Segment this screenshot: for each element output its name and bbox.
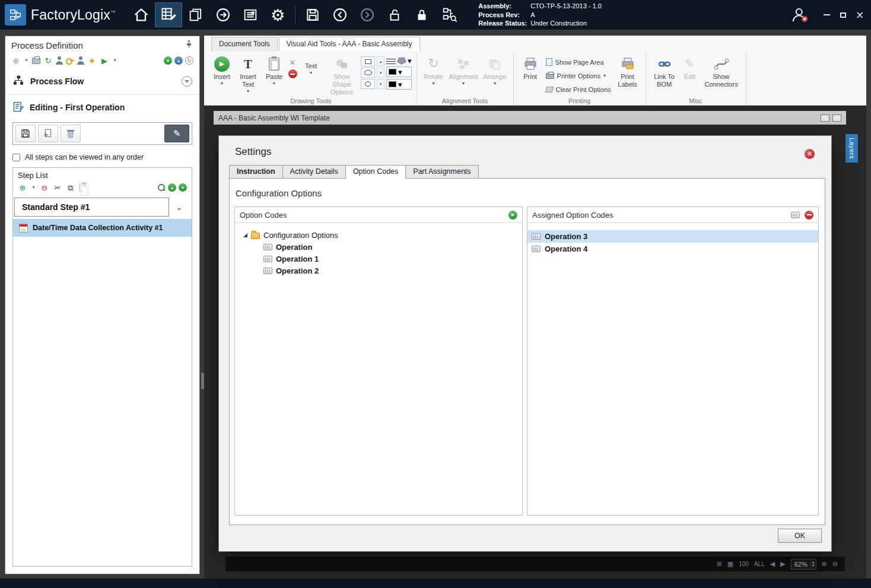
step-expand-chevron-icon[interactable]: ⌄ [169, 202, 189, 212]
gallery-down-icon[interactable]: ▾ [377, 68, 384, 78]
edit-step-button[interactable]: ✎ [164, 125, 189, 142]
logout-user-icon[interactable] [788, 4, 812, 26]
import-step-button[interactable] [38, 125, 58, 142]
fill-bucket-icon[interactable] [397, 56, 406, 65]
tree-item[interactable]: Operation 1 [235, 253, 522, 265]
split-view-icon[interactable] [832, 115, 841, 122]
paste-icon[interactable] [79, 183, 86, 192]
permissions-key-icon[interactable] [66, 56, 74, 65]
close-button[interactable]: × [852, 7, 867, 23]
find-step-icon[interactable] [157, 183, 166, 192]
sync-icon[interactable]: ↻ [43, 56, 53, 65]
documents-icon[interactable] [182, 2, 209, 27]
process-flow-item[interactable]: Process Flow [5, 71, 199, 92]
line-color-picker[interactable]: ▾ [386, 66, 412, 77]
ellipse-shape-icon[interactable] [361, 68, 375, 78]
fit-width-icon[interactable]: ▦ [727, 560, 733, 568]
step-name-box[interactable]: Standard Step #1 [14, 198, 169, 217]
bucket-caret-icon[interactable]: ▾ [408, 57, 412, 65]
tab-document-tools[interactable]: Document Tools [211, 37, 278, 51]
add-step-dropdown-icon[interactable]: ▾ [31, 183, 36, 192]
favorite-star-icon[interactable]: ★ [87, 56, 97, 65]
add-dropdown-icon[interactable]: ▾ [24, 56, 29, 65]
run-icon[interactable]: ▶ [100, 56, 109, 65]
fit-page-icon[interactable]: ⊞ [717, 560, 722, 568]
move-up-icon[interactable]: ▴ [168, 183, 176, 192]
tab-instruction[interactable]: Instruction [229, 165, 283, 179]
gallery-more-icon[interactable]: ▾ [377, 79, 384, 89]
remove-assigned-icon[interactable] [805, 211, 813, 220]
rectangle-shape-icon[interactable] [361, 56, 375, 66]
page-next-icon[interactable]: ▶ [780, 560, 785, 568]
process-search-icon[interactable] [436, 2, 463, 27]
maximize-button[interactable] [835, 7, 851, 23]
print-labels-button[interactable]: Print Labels [615, 54, 641, 89]
gallery-up-icon[interactable]: ▴ [377, 56, 384, 66]
edit-button[interactable]: ✎ Edit [680, 54, 700, 81]
copy-icon[interactable]: ⧉ [66, 183, 75, 192]
tree-root-row[interactable]: Configuration Options [235, 229, 522, 241]
tab-activity-details[interactable]: Activity Details [282, 165, 346, 179]
back-icon[interactable] [326, 2, 354, 27]
assign-user-icon[interactable] [56, 56, 63, 65]
forward-icon[interactable] [354, 2, 381, 27]
lock-icon[interactable] [408, 2, 436, 27]
show-page-area-button[interactable]: Show Page Area [544, 56, 606, 68]
collapse-all-icon[interactable]: ▴ [174, 56, 183, 65]
arrange-button[interactable]: Arrange ▾ [481, 54, 508, 87]
navigate-icon[interactable] [209, 2, 237, 27]
run-dropdown-icon[interactable]: ▾ [112, 56, 117, 65]
settings-gear-icon[interactable]: ⚙ [264, 2, 291, 27]
collapse-section-icon[interactable] [182, 76, 192, 87]
show-connectors-button[interactable]: Show Connectors [702, 54, 741, 89]
zoom-in-icon[interactable]: ⊕ [822, 560, 827, 568]
page-prev-icon[interactable]: ◀ [770, 560, 775, 568]
save-step-button[interactable] [15, 125, 36, 142]
home-icon[interactable] [128, 2, 155, 27]
activity-row-selected[interactable]: Date/Time Data Collection Activity #1 [13, 219, 192, 237]
clear-print-options-button[interactable]: Clear Print Options [544, 84, 613, 95]
assigned-item[interactable]: Operation 4 [527, 243, 818, 255]
alignment-button[interactable]: Alignment ▾ [447, 54, 480, 87]
cut-icon[interactable]: ✂ [53, 183, 62, 192]
remove-step-icon[interactable]: ⊖ [40, 183, 49, 192]
process-editor-icon[interactable] [155, 2, 182, 27]
insert-button[interactable]: ▶ Insert ▾ [210, 54, 234, 87]
layers-tab[interactable]: Layers [845, 134, 858, 163]
keyboard-icon[interactable] [791, 212, 800, 218]
tab-option-codes[interactable]: Option Codes [345, 165, 406, 179]
zoom-preset-all[interactable]: ALL [754, 561, 765, 567]
move-down-icon[interactable]: ▾ [179, 183, 187, 192]
tree-item[interactable]: Operation [235, 241, 522, 253]
paste-button[interactable]: Paste ▾ [262, 54, 286, 87]
tree-expander-icon[interactable] [243, 233, 247, 237]
view-mode-icon[interactable] [821, 115, 829, 122]
any-order-checkbox[interactable] [12, 154, 20, 161]
ok-button[interactable]: OK [778, 529, 822, 543]
zoom-preset-100[interactable]: 100 [739, 561, 749, 567]
zoom-spinner[interactable]: 62% ▲▼ [791, 559, 816, 570]
print-icon[interactable] [32, 58, 40, 64]
news-icon[interactable] [237, 2, 264, 27]
zoom-down-icon[interactable]: ▼ [812, 564, 815, 568]
line-weight-icon[interactable] [386, 58, 396, 64]
refresh-icon[interactable]: ↻ [185, 56, 193, 65]
rotate-button[interactable]: ↻ Rotate ▾ [422, 54, 446, 87]
fill-color-picker[interactable]: ▾ [386, 79, 412, 90]
add-step-icon[interactable]: ⊕ [18, 183, 27, 192]
delete-shape-icon[interactable]: ✕ [288, 58, 297, 67]
unlock-icon[interactable] [381, 2, 408, 27]
oval-shape-icon[interactable] [361, 79, 375, 89]
text-button[interactable]: Text ▾ [299, 54, 323, 76]
delete-step-button[interactable] [61, 125, 81, 142]
pin-icon[interactable] [185, 40, 193, 50]
printer-options-button[interactable]: Printer Options▾ [544, 70, 608, 81]
user-icon[interactable] [77, 56, 84, 65]
print-button[interactable]: Print [519, 54, 542, 81]
assign-option-icon[interactable]: ▶ [508, 211, 517, 220]
save-icon[interactable] [299, 2, 326, 27]
show-shape-options-button[interactable]: Show Shape Options [325, 54, 359, 97]
minimize-button[interactable] [819, 7, 834, 23]
link-to-bom-button[interactable]: Link To BOM [651, 54, 678, 89]
tab-visual-aid-tools[interactable]: Visual Aid Tools - AAA - Basic Assembly [279, 37, 420, 51]
